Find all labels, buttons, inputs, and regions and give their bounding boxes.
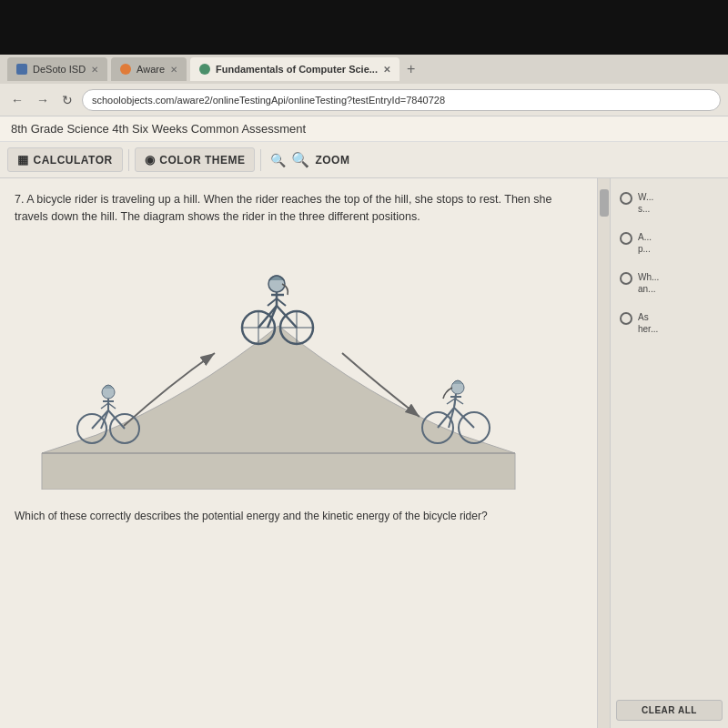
- tab-close-desoto[interactable]: ✕: [91, 65, 98, 75]
- screen-bezel: [0, 0, 728, 55]
- radio-c[interactable]: [620, 272, 632, 285]
- radio-d[interactable]: [620, 312, 632, 325]
- tab-desoto[interactable]: DeSoto ISD ✕: [7, 57, 107, 81]
- forward-button[interactable]: →: [33, 91, 53, 109]
- address-input[interactable]: [82, 89, 721, 111]
- clear-all-button[interactable]: CLEAR ALL: [616, 700, 723, 721]
- scroll-handle[interactable]: [600, 189, 609, 217]
- tab-favicon-desoto: [16, 64, 27, 75]
- back-button[interactable]: ←: [7, 91, 27, 109]
- toolbar: ▦ CALCULATOR ◉ COLOR THEME 🔍 🔍 ZOOM: [0, 142, 728, 178]
- color-theme-icon: ◉: [145, 153, 156, 167]
- zoom-label: ZOOM: [315, 154, 349, 167]
- tab-label-fundamentals: Fundamentals of Computer Scie...: [216, 64, 378, 75]
- calculator-button[interactable]: ▦ CALCULATOR: [7, 147, 123, 172]
- tab-aware[interactable]: Aware ✕: [111, 57, 187, 81]
- answer-text-d: Asher...: [638, 311, 658, 335]
- new-tab-button[interactable]: +: [403, 61, 419, 77]
- bottom-question-text: Which of these correctly describes the p…: [15, 510, 488, 522]
- calculator-label: CALCULATOR: [34, 154, 113, 167]
- color-theme-label: COLOR THEME: [159, 154, 245, 167]
- tab-fundamentals[interactable]: Fundamentals of Computer Scie... ✕: [190, 57, 399, 81]
- answer-panel: W...s... A...p... Wh...an... Asher... CL…: [610, 178, 728, 728]
- tab-close-aware[interactable]: ✕: [170, 65, 177, 75]
- zoom-group: 🔍 🔍 ZOOM: [270, 151, 349, 168]
- reload-button[interactable]: ↻: [58, 91, 76, 109]
- clear-all-label: CLEAR ALL: [642, 705, 697, 715]
- answer-text-c: Wh...an...: [638, 271, 659, 295]
- question-number: 7.: [15, 193, 24, 206]
- answer-text-b: A...p...: [638, 231, 652, 255]
- radio-a[interactable]: [620, 192, 632, 205]
- address-bar: ← → ↻: [0, 84, 728, 116]
- answer-option-c[interactable]: Wh...an...: [616, 266, 723, 300]
- browser-window: DeSoto ISD ✕ Aware ✕ Fundamentals of Com…: [0, 55, 728, 728]
- zoom-out-icon[interactable]: 🔍: [270, 153, 286, 167]
- toolbar-divider-2: [260, 149, 261, 171]
- tab-favicon-fundamentals: [199, 64, 210, 75]
- bicycle-diagram: [15, 235, 542, 490]
- answer-option-a[interactable]: W...s...: [616, 186, 723, 220]
- radio-b[interactable]: [620, 232, 632, 245]
- toolbar-divider-1: [128, 149, 129, 171]
- scroll-bar[interactable]: [597, 178, 610, 728]
- bottom-question: Which of these correctly describes the p…: [15, 508, 582, 524]
- question-body: A bicycle rider is traveling up a hill. …: [15, 193, 551, 223]
- content-area: 7. A bicycle rider is traveling up a hil…: [0, 178, 728, 728]
- tab-close-fundamentals[interactable]: ✕: [383, 65, 390, 75]
- tab-label-aware: Aware: [136, 64, 165, 75]
- answer-text-a: W...s...: [638, 191, 653, 215]
- answer-option-d[interactable]: Asher...: [616, 306, 723, 340]
- tab-label-desoto: DeSoto ISD: [33, 64, 86, 75]
- page-title: 8th Grade Science 4th Six Weeks Common A…: [11, 122, 306, 136]
- answer-option-b[interactable]: A...p...: [616, 226, 723, 260]
- zoom-in-icon[interactable]: 🔍: [291, 151, 309, 168]
- diagram-container: [15, 235, 582, 499]
- question-text: 7. A bicycle rider is traveling up a hil…: [15, 191, 582, 226]
- tab-favicon-aware: [120, 64, 131, 75]
- main-content: 7. A bicycle rider is traveling up a hil…: [0, 178, 597, 728]
- tab-bar: DeSoto ISD ✕ Aware ✕ Fundamentals of Com…: [0, 55, 728, 84]
- color-theme-button[interactable]: ◉ COLOR THEME: [135, 147, 256, 172]
- calculator-icon: ▦: [17, 153, 29, 167]
- page-header: 8th Grade Science 4th Six Weeks Common A…: [0, 116, 728, 142]
